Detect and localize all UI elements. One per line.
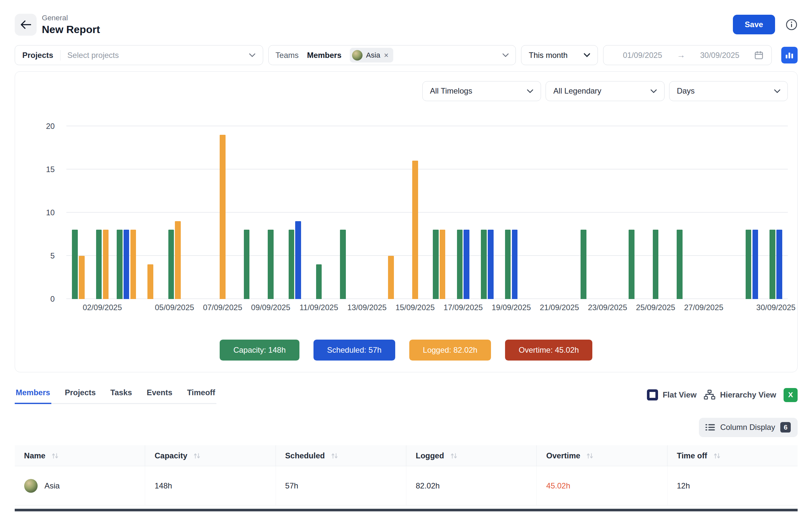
cell-capacity: 148h — [145, 466, 276, 505]
info-button[interactable] — [785, 19, 798, 31]
bar-logged — [103, 230, 109, 299]
x-slot: 09/09/2025 — [259, 303, 283, 315]
unit-select[interactable]: Days — [669, 81, 788, 101]
bar-logged — [220, 135, 226, 299]
bar-group — [235, 126, 259, 299]
bar-group — [427, 126, 452, 299]
x-slot: 23/09/2025 — [596, 303, 620, 315]
bar-capacity — [746, 230, 752, 299]
bar-logged — [147, 264, 153, 299]
timelogs-select[interactable]: All Timelogs — [422, 81, 541, 101]
info-icon — [785, 19, 798, 31]
sort-icon[interactable] — [586, 453, 593, 459]
bar-scheduled — [464, 230, 469, 299]
member-chip[interactable]: Asia × — [350, 48, 393, 62]
bar-group — [283, 126, 307, 299]
view-tabs: Members Projects Tasks Events Timeoff — [15, 386, 216, 404]
column-header-logged[interactable]: Logged — [406, 445, 537, 466]
x-slot: 30/09/2025 — [764, 303, 788, 315]
tab-events[interactable]: Events — [145, 386, 173, 404]
sort-icon[interactable] — [52, 453, 59, 459]
legendary-select-value: All Legendary — [553, 86, 602, 96]
timelogs-select-value: All Timelogs — [430, 86, 472, 96]
bar-group — [716, 126, 740, 299]
table-toolbar: Column Display 6 — [15, 418, 798, 437]
cell-scheduled: 57h — [276, 466, 406, 505]
breadcrumb: General — [42, 14, 100, 22]
chart-view-button[interactable] — [781, 47, 798, 63]
bar-logged — [440, 230, 445, 299]
bar-capacity — [433, 230, 439, 299]
flat-view-toggle[interactable]: Flat View — [647, 389, 697, 401]
report-page: General New Report Save Projects Select … — [0, 0, 812, 511]
column-header-capacity[interactable]: Capacity — [145, 445, 276, 466]
avatar — [24, 479, 38, 493]
bar-chart: 05101520 02/09/202505/09/202507/09/20250… — [25, 126, 788, 315]
tab-projects[interactable]: Projects — [64, 386, 97, 404]
bar-group — [475, 126, 499, 299]
legend-overtime[interactable]: Overtime: 45.02h — [505, 340, 592, 360]
hierarchy-icon — [704, 390, 715, 400]
table-row[interactable]: Asia 148h 57h 82.02h 45.02h 12h — [15, 466, 798, 506]
chevron-down-icon — [249, 53, 255, 57]
column-count-badge: 6 — [780, 422, 791, 433]
column-display-button[interactable]: Column Display 6 — [699, 418, 798, 437]
chevron-down-icon — [527, 89, 533, 93]
x-slot: 21/09/2025 — [547, 303, 572, 315]
bar-capacity — [629, 230, 635, 299]
cell-logged: 82.02h — [406, 466, 537, 505]
cell-name: Asia — [15, 466, 145, 505]
bar-group — [163, 126, 187, 299]
projects-filter-placeholder: Select projects — [67, 51, 242, 60]
period-filter[interactable]: This month — [521, 45, 598, 65]
tab-tasks[interactable]: Tasks — [109, 386, 133, 404]
divider — [60, 50, 61, 60]
column-header-timeoff[interactable]: Time off — [668, 445, 798, 466]
x-slot: 15/09/2025 — [403, 303, 427, 315]
filter-bar: Projects Select projects Teams Members A… — [15, 45, 798, 65]
column-header-overtime[interactable]: Overtime — [537, 445, 667, 466]
legend-capacity[interactable]: Capacity: 148h — [220, 340, 299, 360]
flat-view-label: Flat View — [663, 390, 697, 400]
chart-x-axis: 02/09/202505/09/202507/09/202509/09/2025… — [66, 303, 788, 315]
bar-capacity — [505, 230, 511, 299]
remove-chip-icon[interactable]: × — [384, 51, 388, 59]
hierarchy-view-toggle[interactable]: Hierarchy View — [704, 390, 776, 400]
back-button[interactable] — [15, 14, 37, 36]
bar-capacity — [653, 230, 659, 299]
date-from-field[interactable]: 01/09/2025 — [611, 51, 674, 60]
bar-group — [259, 126, 283, 299]
date-range-filter[interactable]: 01/09/2025 → 30/09/2025 — [603, 45, 772, 65]
x-slot: 07/09/2025 — [210, 303, 235, 315]
legend-scheduled[interactable]: Scheduled: 57h — [314, 340, 395, 360]
legend-logged[interactable]: Logged: 82.02h — [409, 340, 491, 360]
bar-group — [210, 126, 235, 299]
calendar-icon — [754, 50, 764, 60]
page-header: General New Report Save — [15, 14, 798, 36]
chart-legend: Capacity: 148h Scheduled: 57h Logged: 82… — [25, 340, 788, 360]
excel-export-button[interactable]: X — [784, 388, 798, 402]
sort-icon[interactable] — [194, 453, 200, 459]
save-button[interactable]: Save — [733, 15, 775, 34]
legendary-select[interactable]: All Legendary — [546, 81, 664, 101]
column-header-scheduled[interactable]: Scheduled — [276, 445, 406, 466]
bar-scheduled — [488, 230, 494, 299]
projects-filter[interactable]: Projects Select projects — [15, 45, 263, 65]
date-to-field[interactable]: 30/09/2025 — [689, 51, 751, 60]
tab-timeoff[interactable]: Timeoff — [186, 386, 216, 404]
column-header-name[interactable]: Name — [15, 445, 145, 466]
sort-icon[interactable] — [331, 453, 338, 459]
hierarchy-view-label: Hierarchy View — [720, 390, 776, 400]
bar-scheduled — [512, 230, 518, 299]
members-toggle[interactable]: Members — [307, 51, 341, 60]
sort-icon[interactable] — [714, 453, 721, 459]
tab-members[interactable]: Members — [15, 386, 51, 404]
sort-icon[interactable] — [451, 453, 457, 459]
x-slot: 02/09/2025 — [90, 303, 114, 315]
teams-toggle[interactable]: Teams — [276, 51, 299, 60]
bar-capacity — [289, 230, 294, 299]
member-chip-label: Asia — [366, 51, 380, 59]
members-filter[interactable]: Teams Members Asia × — [268, 45, 516, 65]
bar-logged — [412, 161, 418, 299]
bar-chart-icon — [785, 51, 794, 59]
